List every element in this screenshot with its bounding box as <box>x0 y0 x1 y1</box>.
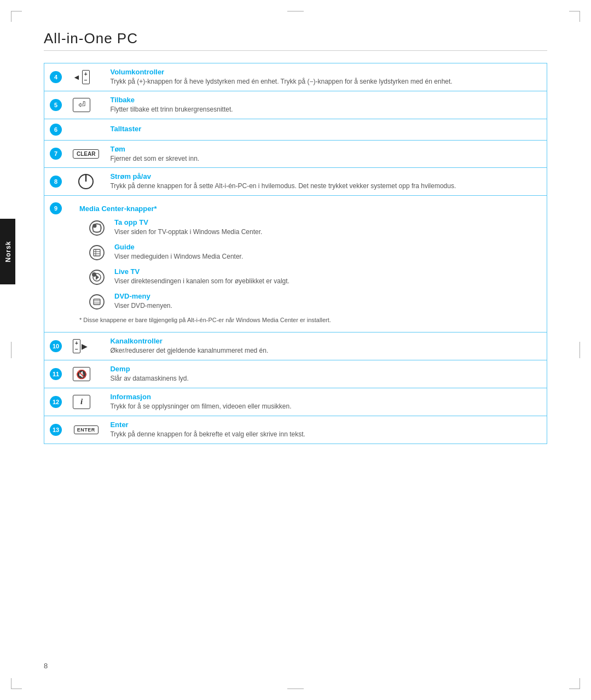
sidebar-label: Norsk <box>0 219 15 284</box>
row-icon-6 <box>67 119 105 140</box>
guide-icon <box>88 243 106 262</box>
svg-point-6 <box>90 246 104 260</box>
table-row: 8 Strøm på/av Trykk på denne knappen for… <box>44 168 547 196</box>
row-num-5: 5 <box>44 91 68 119</box>
clear-button-icon: CLEAR <box>73 149 99 159</box>
table-row: 6 Talltaster <box>44 119 547 140</box>
corner-mark-br <box>569 678 580 689</box>
media-text-livetv: Live TV Viser direktesendingen i kanalen… <box>114 267 535 286</box>
media-icon-dvd <box>79 292 114 311</box>
row-num-11: 11 <box>44 360 68 388</box>
corner-mark-tr <box>569 11 580 22</box>
table-row: 10 + − ▶ Kanalkontroller Øker/reduserer … <box>44 332 547 360</box>
row-icon-11: 🔇 <box>67 360 105 388</box>
mute-icon: 🔇 <box>73 367 90 381</box>
media-footnote: * Disse knappene er bare tilgjengelig på… <box>79 317 535 323</box>
row-text-4: Volumkontroller Trykk på (+)-knappen for… <box>105 63 547 91</box>
row-num-10: 10 <box>44 332 68 360</box>
back-icon: ⏎ <box>73 98 90 112</box>
row-icon-4: ◄ + − <box>67 63 105 91</box>
power-svg <box>77 172 95 191</box>
sidebar-label-text: Norsk <box>4 241 11 262</box>
media-item-dvd: DVD-meny Viser DVD-menyen. <box>79 292 535 311</box>
channel-icon: + − ▶ <box>73 339 99 353</box>
row-media-content: Media Center-knapper* Ta o <box>67 196 547 332</box>
row-num-12: 12 <box>44 388 68 416</box>
side-mark-left <box>11 342 11 358</box>
table-row: 7 CLEAR Tøm Fjerner det som er skrevet i… <box>44 140 547 168</box>
table-row-media: 9 Media Center-knapper* <box>44 196 547 332</box>
row-text-5: Tilbake Flytter tilbake ett trinn bruker… <box>105 91 547 119</box>
media-item-livetv: Live TV Viser direktesendingen i kanalen… <box>79 267 535 287</box>
page-number: 8 <box>44 662 48 670</box>
svg-rect-7 <box>94 249 100 256</box>
brand-title: All-in-One PC <box>44 30 138 47</box>
row-num-7: 7 <box>44 140 68 168</box>
row-text-13: Enter Trykk på denne knappen for å bekre… <box>105 416 547 444</box>
corner-mark-tl <box>11 11 22 22</box>
row-text-6: Talltaster <box>105 119 547 140</box>
row-num-8: 8 <box>44 168 68 196</box>
table-row: 4 ◄ + − Volumkontroller Trykk på (+)-kna… <box>44 63 547 91</box>
svg-point-15 <box>90 295 104 309</box>
table-row: 5 ⏎ Tilbake Flytter tilbake ett trinn br… <box>44 91 547 119</box>
row-num-6: 6 <box>44 119 68 140</box>
power-icon <box>73 172 99 191</box>
svg-marker-14 <box>96 275 99 280</box>
media-icon-tv <box>79 218 114 237</box>
row-icon-10: + − ▶ <box>67 332 105 360</box>
media-item-guide: Guide Viser medieguiden i Windows Media … <box>79 243 535 262</box>
features-table: 4 ◄ + − Volumkontroller Trykk på (+)-kna… <box>44 63 547 444</box>
row-num-9: 9 <box>44 196 68 332</box>
svg-rect-16 <box>94 299 100 305</box>
row-icon-8 <box>67 168 105 196</box>
media-text-guide: Guide Viser medieguiden i Windows Media … <box>114 243 535 261</box>
table-row: 11 🔇 Demp Slår av datamaskinens lyd. <box>44 360 547 388</box>
row-icon-13: ENTER <box>67 416 105 444</box>
volume-icon: ◄ + − <box>73 70 99 84</box>
media-section: Media Center-knapper* Ta o <box>73 200 541 328</box>
channel-arrow-icon: ▶ <box>82 342 88 351</box>
row-text-8: Strøm på/av Trykk på denne knappen for å… <box>105 168 547 196</box>
row-icon-5: ⏎ <box>67 91 105 119</box>
row-text-11: Demp Slår av datamaskinens lyd. <box>105 360 547 388</box>
row-icon-12: i <box>67 388 105 416</box>
enter-button-icon: ENTER <box>74 425 99 434</box>
dvd-icon <box>88 293 106 311</box>
corner-mark-bl <box>11 678 22 689</box>
table-row: 12 i Informasjon Trykk for å se opplysni… <box>44 388 547 416</box>
media-icon-livetv <box>79 267 114 287</box>
side-mark-right <box>580 342 580 358</box>
row-num-13: 13 <box>44 416 68 444</box>
svg-point-13 <box>92 272 96 277</box>
table-row: 13 ENTER Enter Trykk på denne knappen fo… <box>44 416 547 444</box>
media-text-dvd: DVD-meny Viser DVD-menyen. <box>114 292 535 311</box>
channel-plus-minus-icon: + − <box>73 339 80 353</box>
livetv-icon <box>88 268 106 287</box>
media-item-tv: Ta opp TV Viser siden for TV-opptak i Wi… <box>79 218 535 237</box>
media-icon-guide <box>79 243 114 262</box>
main-content: 4 ◄ + − Volumkontroller Trykk på (+)-kna… <box>44 63 547 444</box>
row-text-7: Tøm Fjerner det som er skrevet inn. <box>105 140 547 168</box>
side-mark-bottom <box>287 689 304 689</box>
row-text-10: Kanalkontroller Øker/reduserer det gjeld… <box>105 332 547 360</box>
tv-icon <box>88 219 106 237</box>
side-mark-top <box>287 11 304 11</box>
row-text-12: Informasjon Trykk for å se opplysninger … <box>105 388 547 416</box>
plus-minus-icon: + − <box>82 70 90 84</box>
info-icon: i <box>73 395 90 409</box>
row-icon-7: CLEAR <box>67 140 105 168</box>
svg-point-2 <box>90 221 104 235</box>
page-header: All-in-One PC <box>44 30 547 51</box>
speaker-symbol: ◄ <box>73 73 80 81</box>
row-num-4: 4 <box>44 63 68 91</box>
media-text-tv: Ta opp TV Viser siden for TV-opptak i Wi… <box>114 218 535 237</box>
